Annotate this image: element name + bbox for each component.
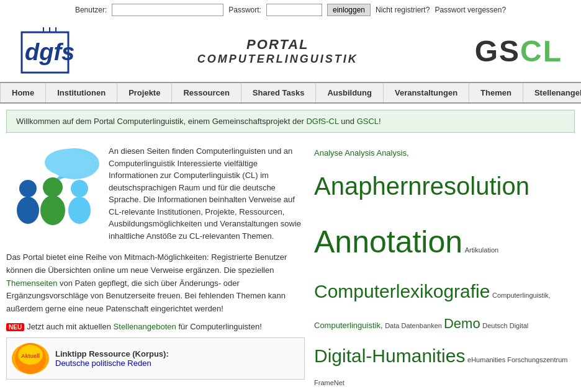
tag-datenbanken[interactable]: Datenbanken bbox=[401, 322, 444, 329]
benutzer-label: Benutzer: bbox=[75, 6, 107, 14]
tag-analyse[interactable]: Analyse bbox=[314, 148, 345, 158]
login-bar: Benutzer: Passwort: einloggen Nicht regi… bbox=[0, 0, 581, 20]
left-column: An diesen Seiten finden Computerlinguist… bbox=[6, 145, 305, 392]
tag-computerlexikografie[interactable]: Computerlexikografie bbox=[314, 281, 490, 301]
gscl-logo: GSCL bbox=[475, 34, 562, 68]
nav-stellenangebote[interactable]: Stellenangebote bbox=[523, 83, 581, 102]
nav-themen[interactable]: Themen bbox=[469, 83, 523, 102]
forgot-password-link[interactable]: Passwort vergessen? bbox=[435, 6, 506, 14]
tag-cloud-content: Analyse Analysis Analysis, Anaphernresol… bbox=[314, 145, 575, 392]
tag-cloud: Analyse Analysis Analysis, Anaphernresol… bbox=[314, 145, 575, 392]
gscl-cl: CL bbox=[520, 35, 562, 68]
tag-data[interactable]: Computerlinguistik, bbox=[314, 321, 385, 330]
portal-desc-text1: Das Portal bietet eine Reihe von Mitmach… bbox=[6, 252, 287, 275]
linktipp-title: Linktipp Ressource (Korpus): bbox=[55, 349, 169, 359]
welcome-middle: und bbox=[339, 117, 357, 126]
tag-daten[interactable]: Data bbox=[385, 322, 401, 329]
tag-anaphernresolution[interactable]: Anaphernresolution bbox=[314, 172, 529, 200]
portal-description: Das Portal bietet eine Reihe von Mitmach… bbox=[6, 251, 305, 316]
svg-point-8 bbox=[19, 180, 37, 197]
portal-line1: Portal bbox=[81, 37, 475, 53]
svg-point-12 bbox=[71, 180, 88, 197]
username-input[interactable] bbox=[112, 4, 223, 16]
welcome-text: Willkommen auf dem Portal Computerlingui… bbox=[16, 117, 306, 126]
tag-demo[interactable]: Demo bbox=[444, 316, 480, 331]
svg-point-10 bbox=[43, 177, 63, 197]
welcome-end: ! bbox=[379, 117, 381, 126]
welcome-banner: Willkommen auf dem Portal Computerlingui… bbox=[6, 110, 575, 133]
intro-section: An diesen Seiten finden Computerlinguist… bbox=[6, 145, 305, 242]
tag-framenet[interactable]: FrameNet bbox=[314, 379, 345, 386]
dgfs-cl-link[interactable]: DGfS-CL bbox=[306, 117, 338, 126]
stellenangebote-link[interactable]: Stellenangeboten bbox=[114, 322, 176, 331]
portal-line2: Computerlinguistik bbox=[81, 53, 475, 66]
linktipp-link[interactable]: Deutsche politische Reden bbox=[55, 359, 151, 368]
login-button[interactable]: einloggen bbox=[327, 4, 371, 16]
people-image bbox=[6, 145, 102, 242]
aktuell-icon: Aktuell bbox=[12, 343, 49, 374]
header: dgfs Portal Computerlinguistik GSCL bbox=[0, 20, 581, 82]
svg-text:dgfs: dgfs bbox=[25, 39, 74, 65]
svg-point-13 bbox=[68, 197, 91, 224]
intro-text: An diesen Seiten finden Computerlinguist… bbox=[109, 145, 305, 242]
linktipp-box: Aktuell Linktipp Ressource (Korpus): Deu… bbox=[6, 337, 305, 380]
portal-title: Portal Computerlinguistik bbox=[81, 37, 475, 66]
linktipp-text: Linktipp Ressource (Korpus): Deutsche po… bbox=[55, 349, 169, 368]
stellen-end: für Computerlinguisten! bbox=[176, 322, 262, 331]
passwort-label: Passwort: bbox=[228, 6, 261, 14]
navigation: Home Institutionen Projekte Ressourcen S… bbox=[0, 82, 581, 104]
nav-shared-tasks[interactable]: Shared Tasks bbox=[241, 83, 317, 102]
stellen-text: Jetzt auch mit aktuellen bbox=[27, 322, 113, 331]
tag-ehumanities[interactable]: eHumanities bbox=[467, 356, 507, 363]
not-registered-link[interactable]: Nicht registriert? bbox=[376, 6, 430, 14]
nav-home[interactable]: Home bbox=[0, 83, 46, 102]
gscl-link[interactable]: GSCL bbox=[357, 117, 379, 126]
nav-ausbildung[interactable]: Ausbildung bbox=[316, 83, 384, 102]
tag-annotation[interactable]: Annotation bbox=[314, 225, 462, 259]
password-input[interactable] bbox=[266, 4, 322, 16]
svg-point-9 bbox=[17, 197, 39, 224]
nav-projekte[interactable]: Projekte bbox=[117, 83, 172, 102]
main-content: An diesen Seiten finden Computerlinguist… bbox=[0, 139, 581, 392]
tag-digital[interactable]: Digital bbox=[510, 322, 529, 329]
gscl-gs: GS bbox=[475, 35, 520, 68]
svg-point-11 bbox=[40, 195, 65, 225]
dgfs-logo: dgfs bbox=[19, 26, 81, 76]
tag-forschungszentrum[interactable]: Forschungszentrum bbox=[507, 356, 567, 363]
stellenangebote-line: NEUJetzt auch mit aktuellen Stellenangeb… bbox=[6, 322, 305, 331]
tag-analysis[interactable]: Analysis bbox=[345, 148, 376, 158]
tag-digital-humanities[interactable]: Digital-Humanities bbox=[314, 345, 465, 366]
svg-point-6 bbox=[45, 149, 92, 176]
tag-deutsch[interactable]: Deutsch bbox=[482, 322, 509, 329]
svg-text:Aktuell: Aktuell bbox=[21, 353, 40, 359]
nav-ressourcen[interactable]: Ressourcen bbox=[172, 83, 241, 102]
neu-badge: NEU bbox=[6, 323, 24, 331]
tag-computerlinguistik-xs[interactable]: Computerlinguistik, bbox=[492, 292, 551, 299]
tag-artikulation[interactable]: Artikulation bbox=[465, 246, 498, 254]
themenseiten-link[interactable]: Themenseiten bbox=[6, 278, 57, 288]
tag-analysis2[interactable]: Analysis, bbox=[376, 148, 408, 158]
nav-veranstaltungen[interactable]: Veranstaltungen bbox=[384, 83, 469, 102]
nav-institutionen[interactable]: Institutionen bbox=[46, 83, 117, 102]
